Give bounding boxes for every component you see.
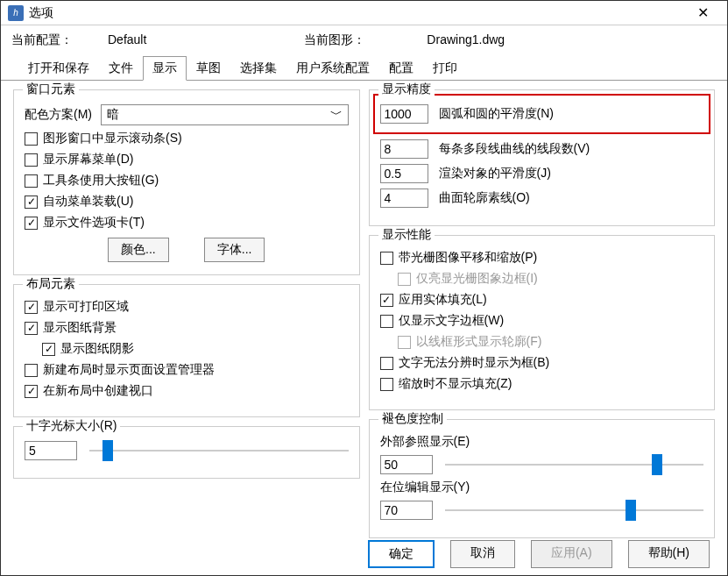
colors-button[interactable]: 颜色...: [108, 238, 169, 262]
arc-smoothness-input[interactable]: 1000: [380, 104, 428, 124]
help-button[interactable]: 帮助(H): [628, 540, 710, 568]
window-elements-title: 窗口元素: [23, 82, 79, 97]
cancel-button[interactable]: 取消: [450, 540, 515, 568]
scrollbar-checkbox[interactable]: [25, 132, 38, 146]
display-precision-group: 显示精度 1000 圆弧和圆的平滑度(N) 8 每条多段线曲线的线段数(V) 0…: [369, 89, 716, 226]
solid-fill-checkbox[interactable]: [380, 294, 393, 307]
edit-fade-slider[interactable]: [445, 509, 704, 511]
xref-fade-slider[interactable]: [445, 464, 704, 466]
fade-control-title: 褪色度控制: [378, 411, 447, 427]
auto-menu-checkbox[interactable]: [25, 196, 38, 209]
slider-thumb[interactable]: [652, 454, 662, 475]
crosshair-group: 十字光标大小(R) 5: [13, 426, 360, 479]
info-row: 当前配置： Default 当前图形： Drawing1.dwg: [1, 25, 727, 55]
layout-elements-group: 布局元素 显示可打印区域 显示图纸背景 显示图纸阴影 新建布局时显示页面设置管理…: [13, 284, 360, 417]
crosshair-slider[interactable]: [89, 450, 349, 452]
xref-fade-label: 外部参照显示(E): [380, 434, 704, 450]
tab-files[interactable]: 文件: [99, 56, 143, 81]
dialog-buttons: 确定 取消 应用(A) 帮助(H): [368, 540, 710, 568]
render-smoothness-label: 渲染对象的平滑度(J): [439, 166, 551, 181]
screen-menu-checkbox[interactable]: [25, 153, 38, 167]
text-frame-checkbox[interactable]: [380, 315, 393, 328]
fonts-button[interactable]: 字体...: [204, 238, 265, 262]
tab-display[interactable]: 显示: [143, 56, 187, 81]
window-title: 选项: [29, 5, 685, 21]
tab-bar: 打开和保存 文件 显示 草图 选择集 用户系统配置 配置 打印: [1, 55, 727, 81]
render-smoothness-input[interactable]: 0.5: [380, 164, 428, 183]
titlebar: h 选项 ✕: [1, 1, 727, 25]
app-icon: h: [8, 5, 24, 21]
window-elements-group: 窗口元素 配色方案(M) 暗 ﹀ 图形窗口中显示滚动条(S) 显示屏幕菜单(D)…: [13, 89, 360, 275]
printable-area-checkbox[interactable]: [25, 301, 38, 314]
display-precision-title: 显示精度: [378, 82, 435, 97]
config-label: 当前配置：: [11, 32, 73, 48]
tab-drafting[interactable]: 草图: [187, 56, 230, 81]
tab-user-prefs[interactable]: 用户系统配置: [286, 56, 379, 81]
arc-smoothness-label: 圆弧和圆的平滑度(N): [439, 106, 554, 122]
drawing-value: Drawing1.dwg: [427, 32, 505, 48]
viewport-checkbox[interactable]: [25, 385, 38, 398]
chevron-down-icon: ﹀: [330, 107, 343, 123]
edit-fade-input[interactable]: 70: [380, 501, 433, 520]
polyline-segments-input[interactable]: 8: [380, 139, 428, 159]
precision-highlight: 显示精度 1000 圆弧和圆的平滑度(N): [373, 94, 711, 134]
close-button[interactable]: ✕: [685, 1, 720, 25]
tab-selection[interactable]: 选择集: [230, 56, 286, 81]
raster-pan-checkbox[interactable]: [380, 252, 393, 265]
no-fill-zoom-checkbox[interactable]: [380, 378, 393, 391]
big-buttons-checkbox[interactable]: [25, 174, 38, 188]
text-box-checkbox[interactable]: [380, 357, 393, 370]
page-setup-checkbox[interactable]: [25, 364, 38, 377]
slider-thumb[interactable]: [626, 500, 636, 521]
drawing-label: 当前图形：: [304, 32, 365, 48]
edit-fade-label: 在位编辑显示(Y): [380, 480, 704, 495]
paper-shadow-checkbox[interactable]: [42, 343, 55, 356]
display-performance-title: 显示性能: [378, 227, 435, 243]
color-scheme-select[interactable]: 暗 ﹀: [101, 104, 349, 125]
options-dialog: h 选项 ✕ 当前配置： Default 当前图形： Drawing1.dwg …: [0, 0, 728, 576]
tab-profiles[interactable]: 配置: [379, 56, 423, 81]
xref-fade-input[interactable]: 50: [380, 455, 433, 474]
layout-elements-title: 布局元素: [23, 276, 79, 292]
crosshair-size-input[interactable]: 5: [25, 441, 77, 460]
tab-print[interactable]: 打印: [423, 56, 467, 81]
contour-lines-input[interactable]: 4: [380, 188, 428, 208]
ok-button[interactable]: 确定: [368, 540, 435, 568]
highlight-raster-checkbox: [398, 273, 411, 286]
config-value: Default: [108, 32, 146, 48]
apply-button: 应用(A): [531, 540, 612, 568]
fade-control-group: 褪色度控制 外部参照显示(E) 50 在位编辑显示(Y) 70: [369, 419, 716, 538]
color-scheme-label: 配色方案(M): [25, 107, 92, 123]
polyline-segments-label: 每条多段线曲线的线段数(V): [439, 141, 590, 157]
slider-thumb[interactable]: [102, 440, 113, 461]
file-tabs-checkbox[interactable]: [25, 217, 38, 230]
tab-open-save[interactable]: 打开和保存: [18, 56, 99, 81]
crosshair-title: 十字光标大小(R): [23, 418, 120, 434]
display-performance-group: 显示性能 带光栅图像平移和缩放(P) 仅亮显光栅图象边框(I) 应用实体填充(L…: [369, 235, 716, 410]
wireframe-checkbox: [398, 336, 411, 349]
paper-bg-checkbox[interactable]: [25, 322, 38, 335]
contour-lines-label: 曲面轮廓素线(O): [439, 190, 530, 206]
